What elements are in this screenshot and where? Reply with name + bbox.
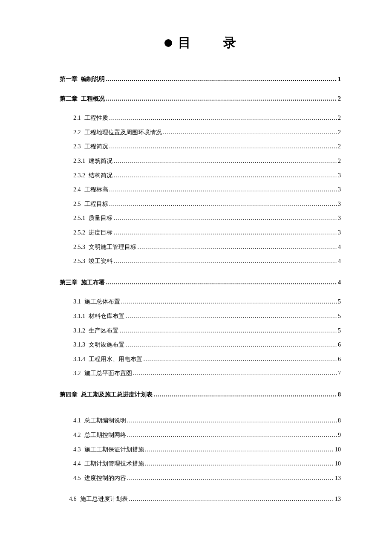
toc-chapter: 第二章工程概况2 <box>60 95 341 103</box>
toc-chapter: 第三章施工布署4 <box>60 278 341 287</box>
toc-page: 2 <box>338 128 341 137</box>
toc-leader <box>129 495 334 503</box>
toc-leader <box>127 431 337 439</box>
toc-label: 施工总平面布置图 <box>84 369 132 378</box>
toc-label: 施工总体布置 <box>84 298 120 306</box>
toc-leader <box>145 445 334 454</box>
toc-entry: 4.3施工工期保证计划措施10 <box>73 445 341 454</box>
toc-page: 5 <box>338 312 341 321</box>
toc-label: 施工工期保证计划措施 <box>84 445 144 454</box>
toc-number: 3.1.3 <box>73 341 85 349</box>
toc-leader <box>106 278 337 287</box>
table-of-contents: 第一章编制说明1第二章工程概况22.1工程性质22.2工程地理位置及周围环境情况… <box>60 75 341 555</box>
toc-leader <box>113 214 337 223</box>
toc-label: 工程性质 <box>84 114 108 122</box>
toc-leader <box>145 460 334 468</box>
toc-leader <box>125 312 337 321</box>
toc-entry: 2.5.1质量目标3 <box>73 214 341 223</box>
toc-label: 施工总进度计划表 <box>80 495 128 503</box>
toc-number: 2.5.2 <box>73 228 85 237</box>
toc-number: 第四章 <box>60 390 78 399</box>
toc-page: 3 <box>338 228 341 237</box>
toc-label: 进度目标 <box>89 228 112 237</box>
toc-entry: 2.2工程地理位置及周围环境情况2 <box>73 128 341 137</box>
toc-label: 工程用水、用电布置 <box>89 355 142 364</box>
toc-page: 3 <box>338 214 341 223</box>
toc-label: 质量目标 <box>89 214 112 223</box>
toc-number: 4.2 <box>73 431 81 439</box>
toc-number: 2.3.2 <box>73 171 85 180</box>
toc-entry: 4.4工期计划管理技术措施10 <box>73 460 341 468</box>
toc-big-gap <box>60 509 341 555</box>
toc-page: 4 <box>338 243 341 251</box>
toc-leader <box>109 114 337 122</box>
toc-entry: 3.1.4工程用水、用电布置6 <box>73 355 341 364</box>
toc-entry: 2.5.3竣工资料4 <box>73 257 341 266</box>
toc-number: 4.1 <box>73 416 81 425</box>
toc-number: 2.5.3 <box>73 243 85 251</box>
toc-entry: 2.3.2结构简况3 <box>73 171 341 180</box>
toc-number: 第三章 <box>60 278 78 287</box>
toc-entry: 2.5.3文明施工管理目标4 <box>73 243 341 251</box>
toc-leader <box>113 257 337 266</box>
toc-page: 4 <box>338 278 341 287</box>
toc-entry: 4.5进度控制的内容13 <box>73 474 341 483</box>
toc-label: 工程概况 <box>81 95 105 103</box>
toc-label: 总工期及施工总进度计划表 <box>81 390 153 399</box>
toc-number: 2.5.1 <box>73 214 85 223</box>
toc-entry: 3.2施工总平面布置图7 <box>73 369 341 378</box>
toc-label: 材料仓库布置 <box>89 312 124 321</box>
toc-number: 3.2 <box>73 369 81 378</box>
toc-page: 8 <box>338 416 341 425</box>
toc-number: 3.1 <box>73 298 81 306</box>
toc-leader <box>109 142 337 151</box>
toc-leader <box>113 171 337 180</box>
toc-label: 工程目标 <box>84 200 108 208</box>
toc-number: 2.2 <box>73 128 81 137</box>
toc-label: 工期计划管理技术措施 <box>84 460 144 468</box>
toc-label: 工程地理位置及周围环境情况 <box>84 128 162 137</box>
toc-entry: 2.3工程简况2 <box>73 142 341 151</box>
title-char-1: 目 <box>178 34 191 52</box>
toc-leader <box>113 157 337 165</box>
toc-label: 生产区布置 <box>89 327 118 335</box>
toc-page: 3 <box>338 185 341 194</box>
toc-leader <box>125 341 337 349</box>
toc-page: 2 <box>338 114 341 122</box>
toc-entry: 2.1工程性质2 <box>73 114 341 122</box>
toc-leader <box>113 228 337 237</box>
toc-leader <box>143 355 337 364</box>
toc-number: 2.1 <box>73 114 81 122</box>
toc-label: 建筑简况 <box>89 157 112 165</box>
toc-page: 8 <box>338 390 341 399</box>
toc-entry: 3.1.1材料仓库布置5 <box>73 312 341 321</box>
toc-page: 10 <box>335 460 341 468</box>
toc-number: 2.5.3 <box>73 257 85 266</box>
toc-entry: 3.1施工总体布置5 <box>73 298 341 306</box>
toc-page: 1 <box>338 75 341 84</box>
toc-page: 5 <box>338 327 341 335</box>
toc-page: 5 <box>338 298 341 306</box>
toc-entry: 4.2总工期控制网络9 <box>73 431 341 439</box>
toc-number: 4.6 <box>69 495 77 503</box>
toc-page: 13 <box>335 495 341 503</box>
toc-gap <box>60 384 341 390</box>
toc-number: 2.5 <box>73 200 81 208</box>
toc-number: 2.4 <box>73 185 81 194</box>
title-char-2: 录 <box>223 34 236 52</box>
toc-label: 编制说明 <box>81 75 105 84</box>
toc-page: 2 <box>338 142 341 151</box>
toc-leader <box>121 298 337 306</box>
toc-number: 第一章 <box>60 75 78 84</box>
toc-leader <box>106 75 337 84</box>
toc-label: 总工期控制网络 <box>84 431 126 439</box>
toc-entry: 2.5工程目标3 <box>73 200 341 208</box>
toc-leader <box>137 243 337 251</box>
toc-page: 2 <box>338 157 341 165</box>
toc-entry: 3.1.2生产区布置5 <box>73 327 341 335</box>
toc-label: 进度控制的内容 <box>84 474 126 483</box>
toc-label: 工程简况 <box>84 142 108 151</box>
toc-page: 6 <box>338 341 341 349</box>
title-bullet-icon <box>164 39 172 47</box>
toc-chapter: 第四章总工期及施工总进度计划表8 <box>60 390 341 399</box>
